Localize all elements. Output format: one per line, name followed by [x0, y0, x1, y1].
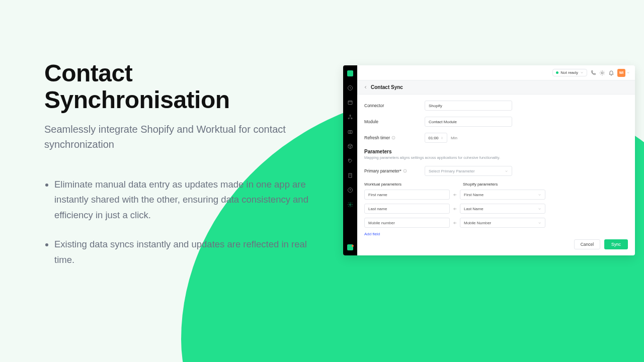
- app-logo-icon: [347, 70, 353, 76]
- shopify-column-header: Shopify parameters: [463, 182, 498, 187]
- worktual-field[interactable]: Last name: [364, 204, 450, 214]
- package-icon[interactable]: [347, 143, 354, 149]
- status-dropdown[interactable]: Not ready: [552, 69, 587, 76]
- svg-point-2: [350, 115, 351, 116]
- svg-point-6: [350, 131, 351, 133]
- svg-rect-5: [348, 130, 352, 133]
- worktual-column-header: Worktual parameters: [364, 182, 463, 187]
- refresh-stepper[interactable]: 01:00: [425, 133, 447, 143]
- svg-rect-1: [348, 101, 352, 104]
- chevron-down-icon: [505, 169, 508, 173]
- chevron-down-icon: [538, 221, 541, 225]
- status-dot-icon: [556, 71, 558, 74]
- user-menu[interactable]: WI: [617, 69, 630, 77]
- chevron-down-icon: [538, 207, 541, 211]
- hero-bullet: Eliminate manual data entry as updates m…: [54, 177, 316, 223]
- worktual-field[interactable]: First name: [364, 190, 450, 200]
- app-switcher-icon[interactable]: [347, 244, 353, 250]
- label-icon[interactable]: [347, 157, 354, 164]
- chevron-down-icon: [580, 71, 584, 74]
- page-title: Contact Sync: [371, 84, 403, 90]
- svg-rect-8: [349, 173, 352, 177]
- info-icon: [391, 136, 395, 140]
- chevron-down-icon: [626, 71, 630, 74]
- connector-field[interactable]: Shopify: [425, 101, 512, 111]
- svg-point-9: [348, 188, 353, 192]
- bell-icon[interactable]: [608, 70, 614, 76]
- shopify-field-dropdown[interactable]: First Name: [460, 190, 545, 200]
- sync-button[interactable]: Sync: [604, 239, 628, 249]
- refresh-unit: Min: [451, 136, 457, 140]
- cancel-button[interactable]: Cancel: [574, 239, 600, 249]
- settings-icon[interactable]: [347, 201, 354, 208]
- avatar: WI: [617, 69, 625, 77]
- camera-icon[interactable]: [347, 128, 354, 135]
- network-icon[interactable]: [347, 114, 354, 120]
- svg-point-4: [351, 118, 352, 119]
- chevron-down-icon: [538, 193, 541, 197]
- hero-subtitle: Seamlessly integrate Shopify and Worktua…: [44, 122, 316, 152]
- shopify-field-dropdown[interactable]: Last Name: [460, 204, 545, 214]
- parameters-subtitle: Mapping parameters aligns settings acros…: [364, 155, 628, 160]
- parameters-title: Parameters: [364, 149, 628, 154]
- add-field-link[interactable]: Add field: [364, 232, 628, 235]
- back-icon[interactable]: [363, 85, 368, 89]
- page-titlebar: Contact Sync: [357, 80, 635, 95]
- svg-point-7: [349, 160, 350, 160]
- primary-param-dropdown[interactable]: Select Primary Parameter: [425, 166, 512, 176]
- module-field[interactable]: Contact Module: [425, 117, 512, 127]
- worktual-field[interactable]: Mobile number: [364, 218, 450, 228]
- module-label: Module: [364, 119, 425, 124]
- svg-point-10: [350, 204, 351, 205]
- hero-bullet: Existing data syncs instantly and update…: [54, 237, 316, 267]
- arrow-left-icon: [453, 193, 457, 197]
- help-icon[interactable]: [347, 187, 354, 193]
- arrow-left-icon: [453, 221, 457, 225]
- hero-title: Contact Synchronisation: [44, 60, 316, 114]
- arrow-left-icon: [453, 207, 457, 211]
- app-window: Not ready WI Contact Sync Connector Shop…: [343, 65, 635, 255]
- svg-point-11: [601, 72, 603, 74]
- refresh-label: Refresh timer: [364, 135, 425, 140]
- svg-point-3: [348, 118, 349, 119]
- sun-icon[interactable]: [599, 70, 605, 76]
- connector-label: Connector: [364, 103, 425, 108]
- building-icon[interactable]: [347, 172, 354, 178]
- info-icon: [403, 169, 407, 173]
- mapping-row: First name First Name: [364, 190, 628, 200]
- mapping-row: Last name Last Name: [364, 204, 628, 214]
- inbox-icon[interactable]: [347, 99, 354, 106]
- phone-icon[interactable]: [590, 70, 596, 76]
- shopify-field-dropdown[interactable]: Mobile Number: [460, 218, 545, 228]
- primary-param-label: Primary parameter*: [364, 168, 425, 173]
- dashboard-icon[interactable]: [347, 84, 354, 91]
- topbar: Not ready WI: [357, 65, 635, 80]
- mapping-row: Mobile number Mobile Number: [364, 218, 628, 228]
- sidebar: [343, 65, 357, 255]
- status-label: Not ready: [560, 70, 578, 75]
- stepper-icon: [440, 136, 444, 140]
